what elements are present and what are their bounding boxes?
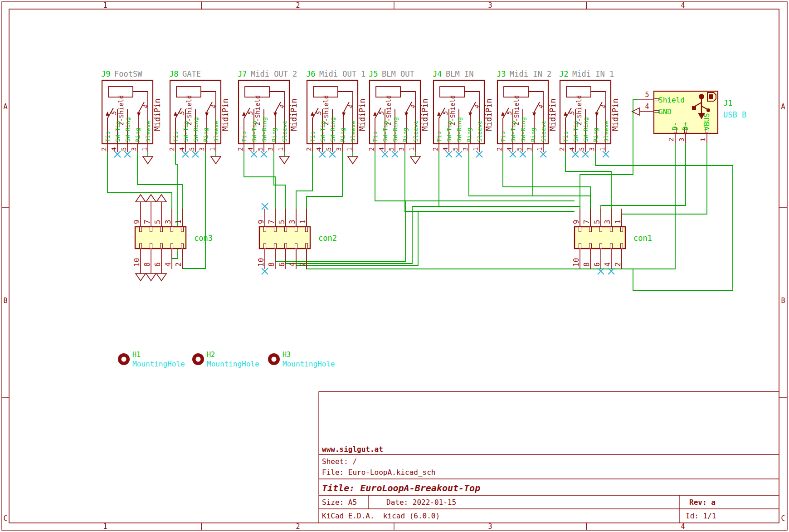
pin-number: 7: [582, 220, 591, 224]
jack-footprint-label: MidiPin: [289, 98, 298, 131]
title-field: Title: EuroLoopA-Breakout-Top: [322, 483, 480, 493]
header-symbol-con3[interactable]: con391078563412: [132, 195, 213, 281]
jack-footprint-label: MidiPin: [484, 98, 493, 131]
no-connect-x: [329, 151, 336, 157]
pin-notch: [610, 227, 613, 232]
wire: [565, 152, 611, 227]
no-connect-x: [262, 203, 268, 210]
pin-name: SW-Tip: [114, 121, 121, 142]
pin-number: 2: [558, 147, 565, 151]
jack-reference: J8: [169, 69, 178, 78]
jack-reference: J2: [559, 69, 568, 78]
jack-reference: J3: [497, 69, 506, 78]
pin-number: 10: [257, 258, 265, 267]
pin-number: 3: [288, 220, 297, 224]
pin-number: 8: [267, 262, 276, 267]
usb-connector-symbol[interactable]: 5 4 Shield GND 2 3 1 D- D+ VBUS J1 USB_B: [632, 91, 746, 143]
pin-name: Ring: [466, 128, 472, 142]
hole-value: MountingHole: [207, 360, 259, 368]
mounting-hole-H1[interactable]: H1MountingHole: [118, 351, 185, 368]
pin-number: 3: [462, 147, 469, 151]
header-symbol-con1[interactable]: con191078563412: [572, 209, 652, 274]
pin-number: 4: [442, 147, 449, 151]
jack-symbol-J3[interactable]: J3Midi IN 2542-ShieldMidiPinTipSW-TipSW-…: [496, 69, 557, 157]
date-field: Date: 2022-01-15: [386, 498, 456, 507]
pin-number: 6: [153, 262, 162, 267]
pin-name: SW-Ring: [456, 117, 463, 142]
jack-reference: J4: [433, 69, 442, 78]
jack-symbol-J4[interactable]: J4BLM IN542-ShieldMidiPinTipSW-TipSW-Rin…: [432, 69, 493, 157]
pin-number: 10: [572, 258, 580, 267]
switch-label: 4: [537, 105, 545, 108]
pin-notch: [150, 244, 152, 249]
pin-number: 4: [288, 262, 297, 267]
no-connect-x: [603, 151, 609, 157]
wire: [622, 143, 675, 269]
jack-reference: J7: [238, 69, 247, 78]
size-field: Size: A5: [322, 498, 357, 507]
pin-name: SW-Ring: [329, 117, 336, 142]
jack-symbol-J6[interactable]: J6Midi OUT 1542-ShieldMidiPinTipSW-TipSW…: [305, 69, 367, 164]
pin-name: Sleeve: [145, 121, 151, 142]
jack-symbol-J5[interactable]: J5BLM OUT542-ShieldMidiPinTipSW-TipSW-Ri…: [368, 69, 429, 164]
jack-value: BLM OUT: [382, 69, 414, 78]
pin-number: 3: [526, 147, 533, 151]
header-reference: con2: [318, 234, 337, 243]
pin-number: 2: [100, 147, 107, 151]
pin-name: SW-Tip: [446, 121, 453, 142]
wire: [296, 152, 312, 227]
hole-reference: H1: [132, 351, 141, 359]
pin-name: Sleeve: [603, 121, 609, 142]
pin-name: Tip: [500, 131, 507, 142]
hole-drill: [122, 357, 127, 362]
usb-pin-name: GND: [658, 107, 672, 116]
no-connect-x: [114, 151, 121, 157]
id-field: Id: 1/1: [686, 512, 716, 520]
jack-symbol-J2[interactable]: J2Midi IN 1542-ShieldMidiPinTipSW-TipSW-…: [558, 69, 620, 157]
wire: [182, 152, 205, 268]
switch-label: 4: [473, 105, 481, 108]
switch-label: 4: [409, 105, 417, 108]
pin-number: 5: [578, 147, 585, 151]
pin-number: 1: [536, 147, 543, 151]
pin-notch: [579, 244, 581, 249]
jack-symbol-J8[interactable]: J8GATE542-ShieldMidiPinTipSW-TipSW-RingR…: [168, 69, 230, 164]
no-connect-x: [476, 151, 482, 157]
usb-pin-number: 2: [667, 138, 675, 142]
header-reference: con3: [194, 234, 213, 243]
pin-name: SW-Ring: [392, 117, 399, 142]
pin-number: 7: [267, 220, 276, 224]
usb-pin-name: D+: [681, 122, 690, 131]
usb-pin-name: D-: [671, 122, 679, 131]
no-connect-x: [392, 151, 398, 157]
sheet-field: Sheet: /: [322, 457, 357, 466]
pin-number: 2: [368, 147, 375, 151]
pin-number: 2: [174, 262, 183, 267]
pin-name: SW-Ring: [261, 117, 268, 142]
jack-value: GATE: [182, 69, 201, 78]
mounting-hole-H2[interactable]: H2MountingHole: [192, 351, 259, 368]
no-connect-x: [520, 151, 526, 157]
pin-number: 1: [408, 147, 415, 151]
pin-name: SW-Tip: [572, 121, 579, 142]
mounting-hole-H3[interactable]: H3MountingHole: [268, 351, 335, 368]
pin-name: Sleeve: [540, 121, 547, 142]
gnd-arrow-flag: [156, 195, 166, 202]
pin-number: 5: [257, 147, 264, 151]
pin-name: Sleeve: [213, 121, 219, 142]
jack-symbol-J7[interactable]: J7Midi OUT 2542-ShieldMidiPinTipSW-TipSW…: [237, 69, 298, 164]
pin-notch: [295, 227, 297, 232]
jack-footprint-label: MidiPin: [420, 98, 429, 131]
pin-number: 6: [278, 262, 286, 267]
hole-value: MountingHole: [132, 360, 185, 368]
jack-symbol-J9[interactable]: J9FootSW542-ShieldMidiPinTipSW-TipSW-Rin…: [100, 69, 162, 164]
jack-value: Midi IN 1: [572, 69, 614, 78]
no-connect-x: [572, 151, 579, 157]
pin-notch: [181, 227, 184, 232]
header-reference: con1: [633, 234, 652, 243]
pin-number: 4: [315, 147, 322, 151]
wire: [307, 152, 342, 227]
pin-number: 5: [153, 220, 162, 224]
hole-reference: H2: [207, 351, 215, 359]
pin-notch: [181, 244, 184, 249]
